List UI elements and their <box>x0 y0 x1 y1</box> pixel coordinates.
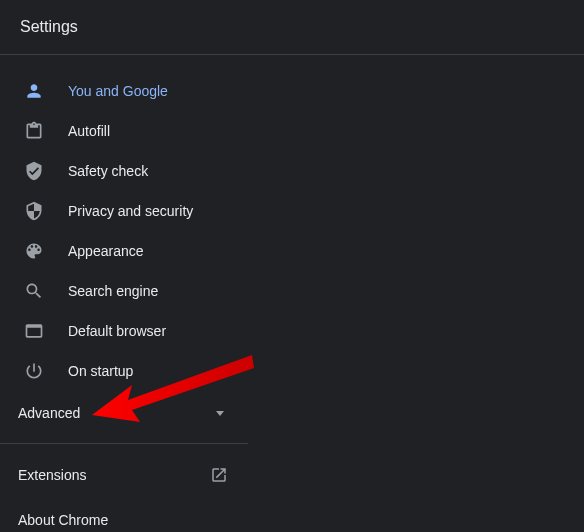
clipboard-icon <box>24 121 44 141</box>
sidebar-divider <box>0 443 248 444</box>
sidebar-item-privacy-security[interactable]: Privacy and security <box>0 191 248 231</box>
sidebar-item-safety-check[interactable]: Safety check <box>0 151 248 191</box>
sidebar-item-you-and-google[interactable]: You and Google <box>0 71 248 111</box>
sidebar-item-label: On startup <box>68 363 133 379</box>
advanced-label: Advanced <box>18 405 80 421</box>
sidebar-item-default-browser[interactable]: Default browser <box>0 311 248 351</box>
sidebar-item-label: Default browser <box>68 323 166 339</box>
sidebar-item-label: Search engine <box>68 283 158 299</box>
sidebar-item-about-chrome[interactable]: About Chrome <box>0 498 248 532</box>
sidebar-item-label: Appearance <box>68 243 144 259</box>
search-icon <box>24 281 44 301</box>
sidebar-item-appearance[interactable]: Appearance <box>0 231 248 271</box>
sidebar-item-label: Safety check <box>68 163 148 179</box>
palette-icon <box>24 241 44 261</box>
sidebar-item-extensions[interactable]: Extensions <box>0 452 248 498</box>
power-icon <box>24 361 44 381</box>
advanced-section-toggle[interactable]: Advanced <box>0 391 248 435</box>
sidebar-item-search-engine[interactable]: Search engine <box>0 271 248 311</box>
sidebar-item-autofill[interactable]: Autofill <box>0 111 248 151</box>
caret-down-icon <box>216 411 224 416</box>
sidebar-item-label: Autofill <box>68 123 110 139</box>
extensions-label: Extensions <box>18 467 86 483</box>
page-title: Settings <box>0 0 584 55</box>
sidebar-item-label: Privacy and security <box>68 203 193 219</box>
page-title-text: Settings <box>20 18 78 35</box>
shield-icon <box>24 201 44 221</box>
settings-sidebar: You and Google Autofill Safety check Pri… <box>0 55 248 532</box>
browser-icon <box>24 321 44 341</box>
about-chrome-label: About Chrome <box>18 512 108 528</box>
open-in-new-icon <box>210 466 228 484</box>
sidebar-item-label: You and Google <box>68 83 168 99</box>
shield-check-icon <box>24 161 44 181</box>
person-icon <box>24 81 44 101</box>
sidebar-item-on-startup[interactable]: On startup <box>0 351 248 391</box>
